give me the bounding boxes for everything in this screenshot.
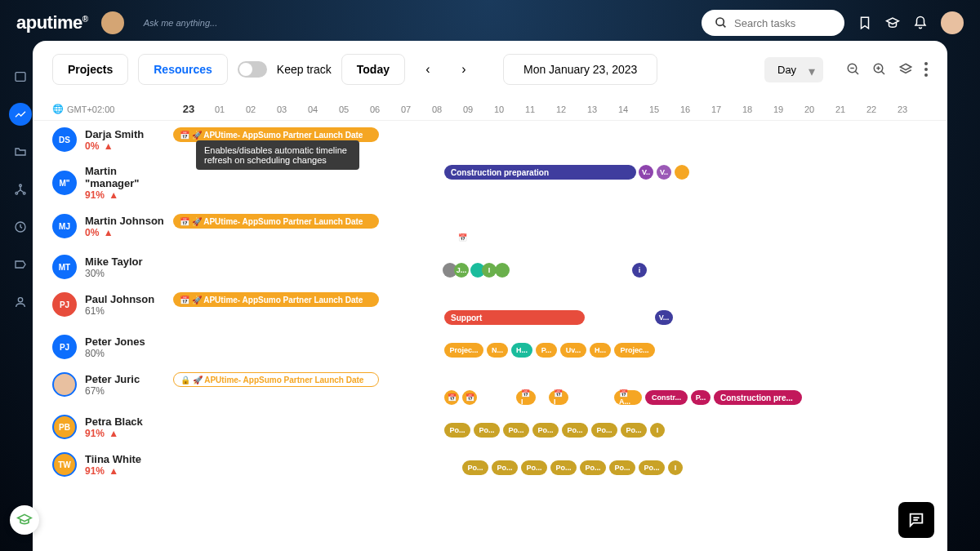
avatar[interactable]: PJ [52, 292, 77, 317]
date-display[interactable]: Mon January 23, 2023 [503, 54, 657, 85]
task-bar[interactable]: Constr... [645, 390, 688, 405]
task-bar[interactable]: Po... [462, 460, 488, 475]
zoom-in-icon[interactable] [872, 62, 887, 77]
avatar[interactable]: M" [52, 171, 77, 195]
task-bar[interactable]: H... [511, 343, 532, 358]
task-bar[interactable]: Po... [503, 423, 529, 438]
person-percent: 0% ▲ [85, 140, 144, 152]
more-icon[interactable] [924, 62, 928, 77]
task-bar[interactable]: Projec... [444, 343, 483, 358]
task-bar[interactable]: J... [454, 263, 469, 278]
task-bar[interactable]: P... [536, 343, 557, 358]
prev-arrow-icon[interactable]: ‹ [415, 56, 441, 82]
avatar[interactable]: PB [52, 415, 77, 439]
nav-dashboard-icon[interactable] [9, 65, 32, 88]
tab-resources[interactable]: Resources [138, 54, 228, 85]
task-bar[interactable]: Po... [521, 460, 547, 475]
help-fab[interactable] [10, 505, 39, 535]
task-bar[interactable]: 📅 I [516, 390, 536, 405]
chat-fab[interactable] [898, 502, 934, 538]
brand-logo[interactable]: aputime® [16, 12, 88, 33]
nav-tag-icon[interactable] [9, 253, 32, 276]
bookmark-icon[interactable] [858, 16, 872, 30]
search-input[interactable] [734, 17, 831, 29]
task-bar[interactable]: V.. [639, 165, 653, 180]
task-bar[interactable]: Projec... [614, 343, 655, 358]
task-bar[interactable]: Uv... [560, 343, 586, 358]
avatar[interactable]: MT [52, 255, 77, 279]
today-button[interactable]: Today [341, 54, 405, 85]
task-bar[interactable]: Po... [550, 460, 577, 475]
svg-line-1 [723, 24, 725, 27]
avatar[interactable]: TW [52, 452, 77, 477]
task-bar[interactable]: 📅 I [549, 390, 568, 405]
hour-label: 04 [297, 104, 328, 114]
avatar[interactable]: MJ [52, 214, 77, 238]
task-bar[interactable]: Po... [621, 423, 647, 438]
avatar[interactable]: PJ [52, 335, 77, 359]
layers-icon[interactable] [898, 62, 913, 77]
task-bar[interactable]: N... [487, 343, 508, 358]
task-bar[interactable]: Construction preparation [444, 165, 636, 180]
task-bar[interactable]: 📅 [462, 390, 477, 405]
globe-icon: 🌐 [52, 104, 64, 114]
task-bar[interactable]: Support [444, 310, 585, 325]
nav-branch-icon[interactable] [9, 178, 32, 201]
hour-label: 09 [452, 104, 483, 114]
hour-label: 16 [670, 104, 701, 114]
nav-user-icon[interactable] [9, 291, 32, 313]
next-arrow-icon[interactable]: › [451, 56, 477, 82]
task-bar[interactable]: Po... [492, 460, 518, 475]
task-bar[interactable]: Po... [444, 423, 470, 438]
avatar[interactable] [52, 372, 77, 397]
keep-track-toggle[interactable] [238, 61, 267, 78]
task-bar[interactable]: I [650, 423, 665, 438]
user-avatar-small[interactable] [101, 11, 124, 34]
task-bar[interactable]: 🔒 🚀 APUtime- AppSumo Partner Launch Date [173, 372, 379, 387]
task-bar[interactable]: Po... [474, 423, 500, 438]
task-bar[interactable]: Po... [562, 423, 588, 438]
task-bar[interactable]: V.. [657, 165, 671, 180]
zoom-out-icon[interactable] [846, 62, 861, 77]
task-bar[interactable]: H... [590, 343, 611, 358]
task-bar[interactable]: 📅 A... [614, 390, 642, 405]
task-bar[interactable]: i [632, 263, 647, 278]
hour-label: 11 [514, 104, 546, 114]
resource-row: Peter Juric67%🔒 🚀 APUtime- AppSumo Partn… [33, 366, 947, 408]
task-bar[interactable]: Po... [639, 460, 665, 475]
graduation-icon[interactable] [885, 16, 900, 30]
task-bar[interactable]: 📅 🚀 APUtime- AppSumo Partner Launch Date [173, 292, 379, 307]
nav-timeline-icon[interactable] [9, 103, 32, 126]
task-bar[interactable]: Po... [609, 460, 635, 475]
view-select[interactable]: Day [764, 57, 823, 82]
person-percent: 91% ▲ [85, 428, 143, 439]
day-number: 23 [173, 103, 204, 115]
bell-icon[interactable] [913, 16, 928, 30]
task-bar[interactable]: Po... [532, 423, 559, 438]
hour-label: 13 [577, 104, 608, 114]
ask-anything[interactable]: Ask me anything... [144, 18, 218, 28]
resource-row: DSDarja Smith0% ▲📅 🚀 APUtime- AppSumo Pa… [33, 121, 947, 158]
hour-label: 15 [639, 104, 670, 114]
hour-label: 21 [825, 104, 856, 114]
task-bar[interactable] [495, 263, 510, 278]
nav-clock-icon[interactable] [9, 216, 32, 238]
avatar[interactable]: DS [52, 127, 77, 152]
hour-label: 23 [887, 104, 918, 114]
person-name: Peter Juric [85, 373, 140, 385]
task-bar[interactable]: Construction pre... [714, 390, 802, 405]
task-bar[interactable]: V... [655, 310, 673, 325]
task-bar[interactable]: 📅 [444, 390, 459, 405]
svg-rect-2 [16, 73, 25, 82]
task-bar[interactable]: Po... [591, 423, 617, 438]
tab-projects[interactable]: Projects [52, 54, 128, 85]
task-bar[interactable]: Po... [580, 460, 606, 475]
task-bar[interactable]: 📅 🚀 APUtime- AppSumo Partner Launch Date [173, 214, 379, 229]
task-bar[interactable]: 📅 [454, 230, 470, 245]
search-box[interactable] [702, 10, 844, 36]
task-bar[interactable]: P... [691, 390, 710, 405]
task-bar[interactable] [675, 165, 689, 180]
task-bar[interactable]: I [668, 460, 683, 475]
profile-avatar[interactable] [941, 11, 964, 34]
nav-folder-icon[interactable] [9, 140, 32, 163]
